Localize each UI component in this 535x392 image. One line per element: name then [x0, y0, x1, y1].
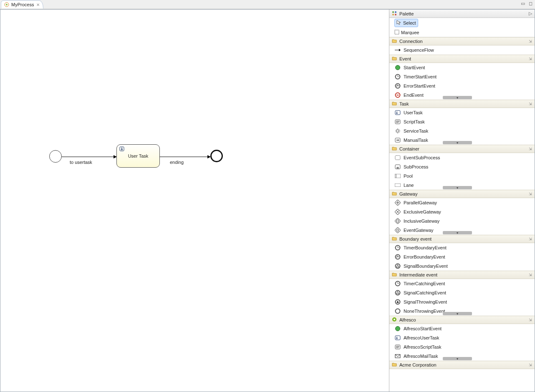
none-throw-icon	[394, 308, 401, 314]
svg-rect-5	[121, 148, 122, 149]
start-event-node[interactable]	[49, 150, 62, 163]
palette-item-signalthrowingevent[interactable]: SignalThrowingEvent	[389, 297, 535, 307]
expand-more-icon[interactable]: ▾	[443, 186, 472, 189]
sequence-flow-1[interactable]	[62, 155, 117, 159]
category-title: Boundary event	[399, 236, 432, 241]
palette-icon	[392, 11, 397, 17]
expand-more-icon[interactable]: ▾	[443, 357, 472, 360]
svg-point-73	[396, 337, 397, 338]
sequence-flow-2[interactable]	[160, 155, 211, 159]
category-title: Connection	[399, 39, 423, 44]
palette-item-parallelgateway[interactable]: ParallelGateway	[389, 198, 535, 207]
palette-item-label: SubProcess	[404, 164, 428, 169]
palette-item-label: AlfrescoUserTask	[404, 335, 439, 340]
palette-item-label: ErrorStartEvent	[404, 83, 435, 88]
palette-item-timerboundaryevent[interactable]: TimerBoundaryEvent	[389, 243, 535, 252]
pin-icon[interactable]: ⇲	[529, 363, 532, 367]
svg-point-24	[396, 112, 397, 113]
palette-item-errorstartevent[interactable]: ErrorStartEvent	[389, 81, 535, 90]
pin-icon[interactable]: ⇲	[529, 237, 532, 241]
tool-label: Select	[403, 20, 416, 25]
palette-item-label: SignalBoundaryEvent	[404, 264, 448, 269]
user-task-node[interactable]: User Task	[116, 144, 160, 168]
palette-item-exclusivegateway[interactable]: ExclusiveGateway	[389, 207, 535, 216]
palette-item-subprocess[interactable]: SubProcess	[389, 162, 535, 171]
signal-throw-icon	[394, 299, 401, 305]
pin-icon[interactable]: ⇲	[529, 102, 532, 106]
svg-rect-25	[396, 113, 398, 114]
palette-panel: Palette ▷ SelectMarquee Connection⇲Seque…	[389, 10, 535, 392]
start-event-icon	[394, 325, 401, 332]
pin-icon[interactable]: ⇲	[529, 318, 532, 322]
palette-item-label: ScriptTask	[404, 119, 425, 124]
tool-marquee[interactable]: Marquee	[389, 28, 535, 37]
process-file-icon	[4, 2, 10, 8]
category-container[interactable]: Container⇲	[389, 145, 535, 153]
category-intermediate-event[interactable]: Intermediate event⇲	[389, 271, 535, 279]
folder-icon	[392, 146, 397, 152]
palette-item-label: EventGateway	[404, 228, 434, 233]
signal-event-icon	[394, 263, 401, 269]
tool-select[interactable]: Select	[394, 19, 418, 27]
palette-item-servicetask[interactable]: ServiceTask	[389, 126, 535, 136]
palette-item-startevent[interactable]: StartEvent	[389, 63, 535, 72]
svg-rect-51	[395, 218, 401, 224]
timer-event-icon	[394, 244, 401, 251]
expand-more-icon[interactable]: ▾	[443, 231, 472, 234]
palette-item-errorboundaryevent[interactable]: ErrorBoundaryEvent	[389, 252, 535, 261]
category-task[interactable]: Task⇲	[389, 100, 535, 108]
category-gateway[interactable]: Gateway⇲	[389, 190, 535, 198]
palette-item-label: EndEvent	[404, 93, 424, 98]
palette-item-signalcatchingevent[interactable]: SignalCatchingEvent	[389, 288, 535, 297]
expand-more-icon[interactable]: ▾	[443, 96, 472, 99]
category-connection[interactable]: Connection⇲	[389, 37, 535, 45]
editor-tab[interactable]: MyProcess ✕	[1, 0, 43, 9]
end-event-node[interactable]	[210, 150, 223, 162]
pin-icon[interactable]: ⇲	[529, 192, 532, 196]
maximize-icon[interactable]: ◻	[527, 1, 533, 6]
category-title: Intermediate event	[399, 272, 437, 277]
palette-item-scripttask[interactable]: ScriptTask	[389, 117, 535, 126]
category-title: Task	[399, 101, 409, 106]
event-gateway-icon	[394, 227, 401, 234]
chevron-right-icon[interactable]: ▷	[529, 11, 532, 16]
palette-item-label: AlfrescoStartEvent	[404, 326, 442, 331]
pin-icon[interactable]: ⇲	[529, 273, 532, 277]
svg-rect-37	[395, 156, 400, 160]
palette-item-signalboundaryevent[interactable]: SignalBoundaryEvent	[389, 261, 535, 271]
palette-item-label: SignalThrowingEvent	[404, 299, 447, 304]
pin-icon[interactable]: ⇲	[529, 39, 532, 43]
expand-more-icon[interactable]: ▾	[443, 141, 472, 144]
edge-label-2: ending	[170, 160, 184, 165]
palette-header[interactable]: Palette ▷	[389, 10, 535, 18]
palette-item-alfrescoscripttask[interactable]: AlfrescoScriptTask	[389, 342, 535, 352]
category-alfresco[interactable]: Alfresco⇲	[389, 316, 535, 324]
expand-more-icon[interactable]: ▾	[443, 312, 472, 315]
palette-item-label: Pool	[404, 173, 413, 178]
minimize-icon[interactable]: ▭	[520, 1, 526, 6]
palette-item-alfrescousertask[interactable]: AlfrescoUserTask	[389, 333, 535, 342]
folder-icon	[392, 236, 397, 242]
palette-item-timercatchingevent[interactable]: TimerCatchingEvent	[389, 279, 535, 288]
tool-label: Marquee	[401, 30, 419, 35]
pin-icon[interactable]: ⇲	[529, 147, 532, 151]
palette-item-sequenceflow[interactable]: SequenceFlow	[389, 45, 535, 55]
category-boundary-event[interactable]: Boundary event⇲	[389, 235, 535, 243]
palette-item-timerstartevent[interactable]: TimerStartEvent	[389, 72, 535, 81]
palette-item-label: AlfrescoMailTask	[404, 354, 438, 359]
category-event[interactable]: Event⇲	[389, 55, 535, 63]
palette-item-eventsubprocess[interactable]: EventSubProcess	[389, 153, 535, 162]
category-title: Acme Corporation	[399, 362, 437, 367]
tab-bar: MyProcess ✕ ▭ ◻	[0, 0, 535, 9]
palette-item-usertask[interactable]: UserTask	[389, 108, 535, 117]
palette-item-alfrescostartevent[interactable]: AlfrescoStartEvent	[389, 324, 535, 333]
diagram-canvas[interactable]: to usertask User Task ending	[0, 10, 389, 392]
palette-item-pool[interactable]: Pool	[389, 171, 535, 181]
close-icon[interactable]: ✕	[36, 3, 40, 7]
palette-item-label: SignalCatchingEvent	[404, 290, 446, 295]
category-acme-corporation[interactable]: Acme Corporation⇲	[389, 361, 535, 369]
palette-item-inclusivegateway[interactable]: InclusiveGateway	[389, 216, 535, 226]
pin-icon[interactable]: ⇲	[529, 57, 532, 61]
lane-icon	[394, 182, 401, 188]
pool-icon	[394, 173, 401, 179]
